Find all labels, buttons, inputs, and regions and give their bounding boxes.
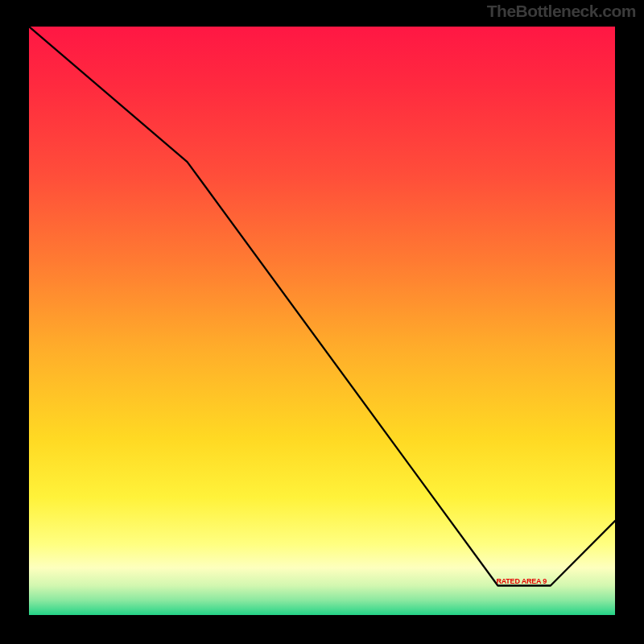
- plot-area: RATED AREA 9: [29, 27, 615, 615]
- chart-container: TheBottleneck.com RATED AREA 9: [0, 0, 644, 644]
- attribution-text: TheBottleneck.com: [487, 2, 636, 21]
- rated-area-label: RATED AREA 9: [496, 577, 554, 585]
- chart-curve: [29, 27, 615, 615]
